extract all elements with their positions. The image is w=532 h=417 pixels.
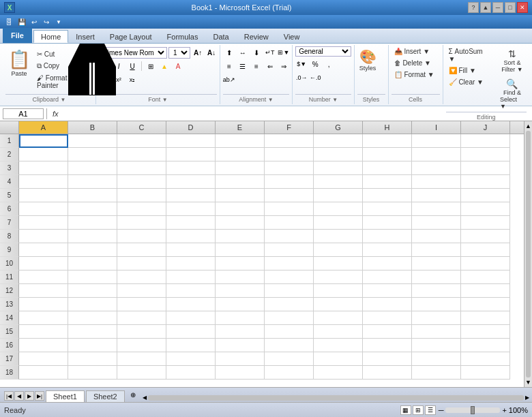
cell-D8[interactable] [166,230,216,243]
window-maximize-button[interactable]: □ [505,2,516,13]
cell-E3[interactable] [216,161,265,175]
cell-C3[interactable] [117,161,166,175]
cell-G18[interactable] [314,366,363,380]
tab-review[interactable]: Review [237,30,276,43]
col-header-F[interactable]: F [265,121,314,134]
align-left-button[interactable]: ≡ [223,60,235,72]
cell-J11[interactable] [461,271,510,284]
cell-D18[interactable] [166,366,216,380]
cell-F13[interactable] [265,298,314,311]
cell-C16[interactable] [117,339,166,352]
paste-button[interactable]: 📋 Paste [5,46,33,80]
cell-D3[interactable] [166,161,216,175]
cell-H9[interactable] [363,243,412,257]
cell-H10[interactable] [363,257,412,271]
scroll-up-button[interactable]: ▲ [524,123,532,129]
cell-C15[interactable] [117,325,166,339]
cell-C18[interactable] [117,366,166,380]
cell-F9[interactable] [265,243,314,257]
fill-color-button[interactable]: ▲ [158,60,171,72]
cell-G17[interactable] [314,352,363,366]
sheet-nav-prev[interactable]: ◀ [14,391,24,401]
cell-J5[interactable] [461,189,510,202]
cell-A18[interactable] [19,366,68,380]
zoom-slider[interactable] [445,407,500,413]
row-number-5[interactable]: 5 [0,189,19,202]
cell-I7[interactable] [412,216,461,230]
cell-C17[interactable] [117,352,166,366]
styles-button[interactable]: 🎨 Styles [357,46,379,74]
wrap-text-button[interactable]: ↵T [264,46,276,59]
cell-J16[interactable] [461,339,510,352]
cell-H15[interactable] [363,325,412,339]
cell-I5[interactable] [412,189,461,202]
cell-E6[interactable] [216,202,265,216]
cell-F7[interactable] [265,216,314,230]
ribbon-minimize-button[interactable]: ▲ [480,2,491,13]
page-layout-view-button[interactable]: ⊞ [413,405,424,415]
font-name-select[interactable]: Times New Roman [99,47,167,59]
cell-H8[interactable] [363,230,412,243]
tab-view[interactable]: View [276,30,308,43]
cell-A6[interactable] [19,202,68,216]
cell-I1[interactable] [412,134,461,148]
cell-G15[interactable] [314,325,363,339]
row-number-18[interactable]: 18 [0,366,19,380]
cell-D1[interactable] [166,134,216,148]
normal-view-button[interactable]: ▦ [400,405,411,415]
cell-I16[interactable] [412,339,461,352]
cell-C6[interactable] [117,202,166,216]
cell-J8[interactable] [461,230,510,243]
cell-A11[interactable] [19,271,68,284]
cell-E5[interactable] [216,189,265,202]
cell-A8[interactable] [19,230,68,243]
tab-page-layout[interactable]: Page Layout [102,30,160,43]
cell-J12[interactable] [461,284,510,298]
cell-D12[interactable] [166,284,216,298]
cut-button[interactable]: ✂ Cut [34,49,93,59]
cell-G2[interactable] [314,148,363,161]
cell-B2[interactable] [68,148,117,161]
sheet-tab-sheet2[interactable]: Sheet2 [86,390,125,402]
cell-E14[interactable] [216,311,265,325]
col-header-A[interactable]: A [19,121,68,134]
row-number-17[interactable]: 17 [0,352,19,366]
cell-E1[interactable] [216,134,265,148]
cell-D15[interactable] [166,325,216,339]
cell-C12[interactable] [117,284,166,298]
name-box[interactable] [3,108,44,119]
redo-quick-btn[interactable]: ↪ [41,16,52,27]
cell-G7[interactable] [314,216,363,230]
cell-C9[interactable] [117,243,166,257]
cell-E18[interactable] [216,366,265,380]
fill-button[interactable]: 🔽 Fill ▼ [446,65,494,76]
cell-D10[interactable] [166,257,216,271]
cell-F2[interactable] [265,148,314,161]
decrease-decimal-button[interactable]: ←.0 [309,72,321,84]
border-button[interactable]: ⊞ [145,60,157,72]
underline-button[interactable]: U [126,60,138,72]
decrease-font-button[interactable]: A↓ [205,46,218,59]
subscript-button[interactable]: x₂ [126,74,138,86]
cell-J7[interactable] [461,216,510,230]
cell-J4[interactable] [461,175,510,189]
cell-G5[interactable] [314,189,363,202]
cell-F10[interactable] [265,257,314,271]
row-number-13[interactable]: 13 [0,298,19,311]
cell-A17[interactable] [19,352,68,366]
row-number-10[interactable]: 10 [0,257,19,271]
cell-H2[interactable] [363,148,412,161]
row-number-1[interactable]: 1 [0,134,19,148]
zoom-thumb[interactable] [471,406,475,414]
hscroll-right-button[interactable]: ▶ [525,395,529,401]
cell-G14[interactable] [314,311,363,325]
increase-indent-button[interactable]: ⇒ [278,60,290,72]
cell-F12[interactable] [265,284,314,298]
percent-button[interactable]: % [309,58,321,70]
font-color-button[interactable]: A [172,60,184,72]
increase-decimal-button[interactable]: .0→ [295,72,308,84]
cell-A14[interactable] [19,311,68,325]
comma-button[interactable]: , [323,58,335,70]
bold-button[interactable]: B [99,60,111,72]
col-header-G[interactable]: G [314,121,363,134]
